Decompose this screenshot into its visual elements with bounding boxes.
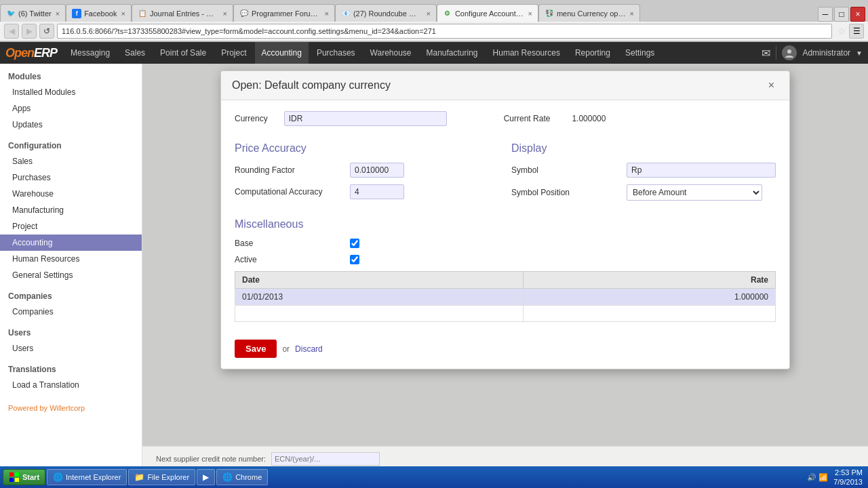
modal-close-button[interactable]: × bbox=[764, 78, 778, 93]
back-button[interactable]: ◀ bbox=[4, 24, 19, 39]
tab-close[interactable]: × bbox=[528, 9, 532, 18]
taskbar-media[interactable]: ▶ bbox=[197, 469, 215, 485]
address-bar[interactable] bbox=[57, 24, 832, 39]
menu-favicon: 💱 bbox=[545, 9, 554, 18]
sidebar-item-users[interactable]: Users bbox=[0, 340, 142, 357]
tab-close[interactable]: × bbox=[426, 9, 430, 18]
tab-roundcube[interactable]: 📧 (27) Roundcube Web... × bbox=[335, 4, 437, 22]
sidebar-section-configuration: Configuration bbox=[0, 136, 142, 153]
minimize-button[interactable]: ─ bbox=[818, 7, 833, 22]
sidebar-item-apps[interactable]: Apps bbox=[0, 100, 142, 117]
tab-close[interactable]: × bbox=[324, 9, 328, 18]
mail-icon[interactable]: ✉ bbox=[762, 47, 770, 60]
tab-close[interactable]: × bbox=[629, 9, 633, 18]
taskbar-chrome[interactable]: 🌐 Chrome bbox=[216, 469, 268, 485]
tab-title: menu Currency openl... bbox=[557, 9, 626, 18]
tab-menu[interactable]: 💱 menu Currency openl... × bbox=[538, 4, 640, 22]
tab-accounting[interactable]: ⚙ Configure Accounting... × bbox=[437, 4, 538, 22]
table-cell-rate: 1.000000 bbox=[523, 289, 775, 306]
close-button[interactable]: × bbox=[850, 7, 865, 22]
symbol-position-select[interactable]: Before Amount After Amount bbox=[627, 184, 762, 201]
nav-pos[interactable]: Point of Sale bbox=[153, 42, 213, 64]
nav-hr[interactable]: Human Resources bbox=[486, 42, 567, 64]
table-cell-date: 01/01/2013 bbox=[235, 289, 524, 306]
nav-sales[interactable]: Sales bbox=[118, 42, 152, 64]
nav-reporting[interactable]: Reporting bbox=[568, 42, 617, 64]
svg-rect-3 bbox=[9, 478, 14, 482]
sidebar-item-load-translation[interactable]: Load a Translation bbox=[0, 377, 142, 393]
nav-messaging[interactable]: Messaging bbox=[64, 42, 117, 64]
user-avatar[interactable] bbox=[782, 45, 797, 60]
app-logo[interactable]: OpenERP bbox=[5, 46, 57, 60]
restore-button[interactable]: □ bbox=[834, 7, 849, 22]
sidebar-item-sales[interactable]: Sales bbox=[0, 153, 142, 169]
sidebar-item-warehouse[interactable]: Warehouse bbox=[0, 186, 142, 202]
tab-title: Programmer Forum |... bbox=[252, 9, 321, 18]
nav-purchases[interactable]: Purchases bbox=[310, 42, 362, 64]
modal-body: Currency Current Rate 1.000000 Price Acc… bbox=[221, 100, 789, 333]
user-dropdown-arrow[interactable]: ▼ bbox=[856, 49, 863, 57]
sidebar-item-general-settings[interactable]: General Settings bbox=[0, 267, 142, 283]
tab-title: Facebook bbox=[84, 9, 117, 18]
tab-facebook[interactable]: f Facebook × bbox=[66, 4, 132, 22]
base-row: Base bbox=[235, 239, 776, 248]
sidebar-item-updates[interactable]: Updates bbox=[0, 117, 142, 133]
sidebar-item-project[interactable]: Project bbox=[0, 218, 142, 235]
sidebar-section-modules: Modules bbox=[0, 66, 142, 84]
nav-project[interactable]: Project bbox=[214, 42, 253, 64]
currency-label: Currency bbox=[235, 114, 268, 123]
user-name-label[interactable]: Administrator bbox=[802, 48, 850, 58]
tab-close[interactable]: × bbox=[56, 9, 60, 18]
sidebar-item-purchases[interactable]: Purchases bbox=[0, 169, 142, 186]
rounding-factor-input[interactable] bbox=[350, 163, 404, 178]
sidebar-item-manufacturing[interactable]: Manufacturing bbox=[0, 202, 142, 218]
symbol-input[interactable] bbox=[627, 163, 776, 178]
programmer-favicon: 💬 bbox=[239, 9, 249, 18]
sidebar-item-installed-modules[interactable]: Installed Modules bbox=[0, 84, 142, 100]
forward-button[interactable]: ▶ bbox=[22, 24, 37, 39]
rounding-factor-label: Rounding Factor bbox=[235, 165, 343, 175]
base-checkbox[interactable] bbox=[350, 239, 359, 248]
tab-close[interactable]: × bbox=[121, 9, 125, 18]
taskbar-explorer[interactable]: 📁 File Explorer bbox=[128, 469, 195, 485]
main-layout: Modules Installed Modules Apps Updates C… bbox=[0, 64, 868, 487]
currency-input[interactable] bbox=[284, 111, 447, 126]
brand-link[interactable]: Willertcorp bbox=[50, 404, 85, 412]
tab-twitter[interactable]: 🐦 (6) Twitter × bbox=[0, 4, 66, 22]
nav-manufacturing[interactable]: Manufacturing bbox=[420, 42, 485, 64]
tab-journal[interactable]: 📋 Journal Entries - Ope... × bbox=[132, 4, 233, 22]
sidebar-item-accounting[interactable]: Accounting bbox=[0, 235, 142, 251]
nav-warehouse[interactable]: Warehouse bbox=[363, 42, 418, 64]
currency-row: Currency Current Rate 1.000000 bbox=[235, 111, 776, 126]
sidebar-section-users: Users bbox=[0, 323, 142, 340]
save-button[interactable]: Save bbox=[235, 340, 277, 358]
tab-title: (6) Twitter bbox=[18, 9, 52, 18]
computational-accuracy-input[interactable] bbox=[350, 184, 404, 199]
nav-settings[interactable]: Settings bbox=[618, 42, 661, 64]
tab-programmer[interactable]: 💬 Programmer Forum |... × bbox=[233, 4, 335, 22]
svg-point-0 bbox=[787, 49, 791, 54]
table-header-date: Date bbox=[235, 272, 524, 289]
bookmark-star[interactable]: ☆ bbox=[837, 26, 846, 37]
start-button[interactable]: Start bbox=[3, 469, 45, 485]
sidebar-section-companies: Companies bbox=[0, 286, 142, 304]
nav-accounting[interactable]: Accounting bbox=[255, 42, 309, 64]
taskbar-ie[interactable]: 🌐 Internet Explorer bbox=[47, 469, 127, 485]
time-display: 2:53 PM bbox=[833, 468, 863, 477]
explorer-icon: 📁 bbox=[134, 472, 144, 482]
modal-dialog: Open: Default company currency × Currenc… bbox=[220, 70, 790, 369]
settings-menu-button[interactable]: ☰ bbox=[849, 24, 864, 39]
supplier-credit-input[interactable] bbox=[271, 452, 380, 466]
browser-chrome: 🐦 (6) Twitter × f Facebook × 📋 Journal E… bbox=[0, 0, 868, 42]
table-row[interactable]: 01/01/2013 1.000000 bbox=[235, 289, 776, 306]
refresh-button[interactable]: ↺ bbox=[39, 24, 54, 39]
sidebar-item-hr[interactable]: Human Resources bbox=[0, 251, 142, 267]
ie-label: Internet Explorer bbox=[66, 473, 121, 481]
active-checkbox[interactable] bbox=[350, 255, 359, 264]
tab-title: (27) Roundcube Web... bbox=[353, 9, 422, 18]
discard-button[interactable]: Discard bbox=[295, 344, 323, 354]
chrome-icon: 🌐 bbox=[222, 472, 233, 482]
computational-accuracy-row: Computational Accuracy bbox=[235, 184, 484, 199]
tab-close[interactable]: × bbox=[222, 9, 226, 18]
sidebar-item-companies[interactable]: Companies bbox=[0, 304, 142, 320]
